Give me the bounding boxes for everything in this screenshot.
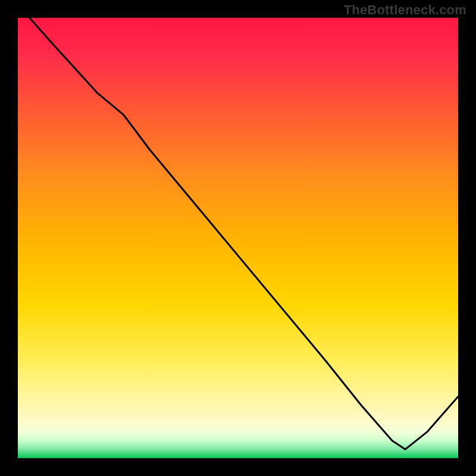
chart-background bbox=[18, 18, 458, 458]
chart-svg bbox=[18, 18, 458, 458]
chart-container: TheBottleneck.com bbox=[0, 0, 476, 476]
plot-area bbox=[18, 18, 458, 458]
watermark-text: TheBottleneck.com bbox=[344, 2, 466, 18]
